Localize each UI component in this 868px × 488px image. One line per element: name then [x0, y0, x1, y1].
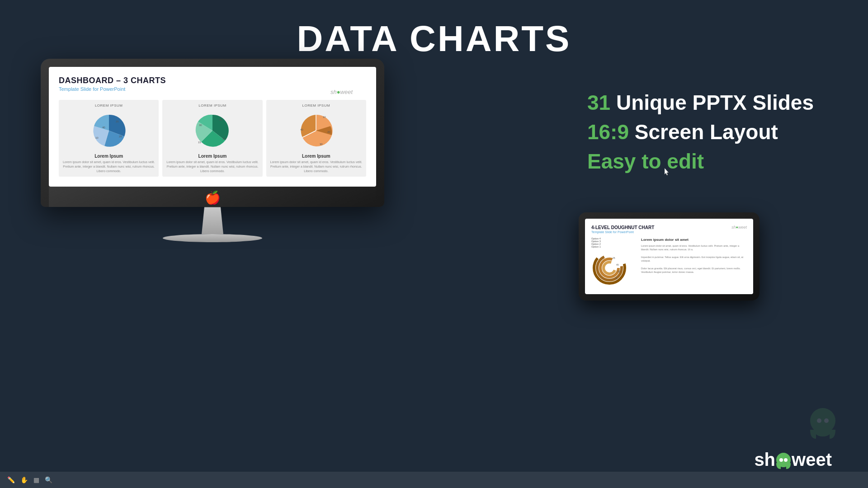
monitor-screen-inner: DASHBOARD – 3 CHARTS Template Slide for …	[49, 67, 376, 187]
features-panel: 31 Unique PPTX Slides 16:9 Screen Layout…	[587, 90, 814, 179]
tablet-screen: sh●weet 4-Level Doughnut Chart Template …	[585, 219, 753, 294]
svg-text:35: 35	[222, 137, 226, 140]
zoom-icon[interactable]: 🔍	[45, 476, 52, 483]
ghost-logo-watermark	[805, 405, 841, 443]
showeet-text-sh: sh	[754, 450, 775, 470]
svg-text:15: 15	[198, 141, 201, 144]
tablet-outer: sh●weet 4-Level Doughnut Chart Template …	[579, 212, 760, 300]
page-title: DATA CHARTS	[0, 0, 868, 60]
chart1-pie: 25 25 10 40	[62, 110, 155, 151]
svg-point-22	[810, 408, 835, 433]
svg-text:75: 75	[615, 277, 618, 280]
tablet-text-area: Lorem ipsum dolor sit amet Lorem ipsum d…	[641, 237, 747, 288]
slide-subtitle: Template Slide for PowerPoint	[59, 86, 166, 92]
chart1-label: LOREM IPSUM	[62, 103, 155, 108]
charts-row: LOREM IPSUM	[59, 100, 366, 177]
feature-text-1: Unique PPTX Slides	[616, 91, 814, 114]
svg-text:25: 25	[119, 135, 122, 138]
monitor-neck	[199, 207, 226, 234]
chart1-desc: Lorem ipsum dolor sit amet, quam id eros…	[62, 160, 155, 173]
chart3-title: Lorem Ipsum	[270, 154, 363, 159]
svg-point-27	[784, 458, 788, 462]
doughnut-legend: Option 4 Option 3 Option 2 Option 1	[591, 237, 637, 248]
monitor-base	[163, 234, 262, 242]
svg-text:30: 30	[320, 143, 323, 145]
svg-point-17	[604, 262, 615, 274]
feature-text-3: Easy to edit	[587, 150, 704, 173]
chart2-desc: Lorem ipsum dolor sit amet, quam id eros…	[166, 160, 259, 173]
showeet-text-weet: weet	[792, 450, 832, 470]
monitor-screen-outer: DASHBOARD – 3 CHARTS Template Slide for …	[41, 59, 384, 207]
svg-point-23	[817, 418, 821, 423]
chart2-pie: 20 35 15 30	[166, 110, 259, 151]
tablet-showeet-logo: sh●weet	[731, 225, 747, 230]
apple-logo: 🍎	[49, 187, 376, 207]
chart-box-1: LOREM IPSUM	[59, 100, 159, 177]
monitor-slide: DASHBOARD – 3 CHARTS Template Slide for …	[49, 67, 376, 187]
svg-text:40: 40	[300, 128, 303, 131]
svg-point-14	[594, 253, 625, 283]
svg-text:25: 25	[613, 257, 615, 259]
svg-text:20: 20	[219, 118, 222, 121]
pencil-icon[interactable]: ✏️	[7, 476, 15, 483]
chart3-pie: 10 20 30 40	[270, 110, 363, 151]
svg-text:65: 65	[618, 270, 620, 273]
showeet-brand-logo: sh weet	[754, 450, 832, 470]
slide-header-row: DASHBOARD – 3 CHARTS Template Slide for …	[59, 76, 366, 96]
svg-text:20: 20	[327, 131, 330, 133]
tablet-content-row: Option 4 Option 3 Option 2 Option 1	[591, 237, 747, 288]
doughnut-chart: Option 4 Option 3 Option 2 Option 1	[591, 237, 637, 288]
showeet-icon	[775, 450, 792, 470]
slide-header: DASHBOARD – 3 CHARTS Template Slide for …	[59, 76, 166, 92]
feature-number-2: 16:9	[587, 120, 629, 144]
hand-icon[interactable]: ✋	[20, 476, 28, 483]
grid-icon[interactable]: ▦	[33, 476, 39, 483]
chart1-title: Lorem Ipsum	[62, 154, 155, 159]
feature-text-2: Screen Layout	[635, 120, 778, 144]
svg-text:10: 10	[95, 136, 99, 139]
svg-text:10: 10	[323, 116, 326, 118]
tablet-device: sh●weet 4-Level Doughnut Chart Template …	[579, 212, 760, 300]
legend-item-1: Option 1	[591, 245, 637, 248]
svg-point-24	[824, 418, 829, 423]
tablet-slide-subtitle: Template Slide for PowerPoint	[591, 230, 747, 234]
tablet-body-text: Lorem ipsum dolor sit amet, quam id eros…	[641, 244, 747, 274]
chart-box-3: LOREM IPSUM	[266, 100, 366, 177]
chart2-label: LOREM IPSUM	[166, 103, 259, 108]
chart3-label: LOREM IPSUM	[270, 103, 363, 108]
slide-title: DASHBOARD – 3 CHARTS	[59, 76, 166, 85]
tablet-text-header: Lorem ipsum dolor sit amet	[641, 237, 747, 243]
chart-box-2: LOREM IPSUM	[162, 100, 262, 177]
svg-text:25: 25	[116, 120, 119, 123]
feature-line-2: 16:9 Screen Layout	[587, 120, 814, 145]
monitor-device: DASHBOARD – 3 CHARTS Template Slide for …	[41, 59, 384, 242]
monitor-showeet-logo: sh●weet	[330, 89, 353, 95]
svg-text:40: 40	[102, 126, 105, 129]
feature-line-1: 31 Unique PPTX Slides	[587, 90, 814, 115]
tablet-slide-title: 4-Level Doughnut Chart	[591, 225, 747, 230]
feature-number-1: 31	[587, 91, 610, 114]
doughnut-svg: 75 65 45 25	[591, 250, 627, 286]
chart2-title: Lorem Ipsum	[166, 154, 259, 159]
feature-line-3: Easy to edit	[587, 149, 814, 174]
svg-text:45: 45	[616, 263, 619, 266]
svg-point-26	[779, 458, 783, 462]
svg-text:30: 30	[199, 124, 202, 127]
bottom-toolbar: ✏️ ✋ ▦ 🔍	[0, 472, 868, 488]
chart3-desc: Lorem ipsum dolor sit amet, quam id eros…	[270, 160, 363, 173]
